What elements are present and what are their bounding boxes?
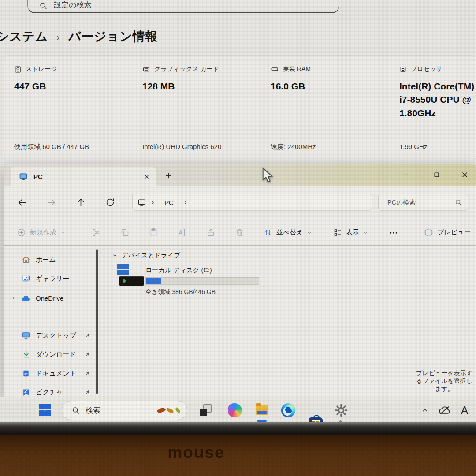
download-icon [22,350,30,359]
sidebar-item-gallery[interactable]: ギャラリー [7,270,93,287]
tab-title: PC [33,173,138,180]
chevron-right-icon[interactable] [179,200,192,205]
laptop-bezel: mouse [0,435,476,476]
up-button[interactable] [73,195,89,210]
cut-button[interactable] [92,219,101,245]
taskbar-system-tray: A [421,397,476,424]
page-title: バージョン情報 [68,28,157,45]
drive-usage-bar [145,277,259,285]
rename-icon [178,228,187,237]
file-explorer-button[interactable] [255,403,269,417]
new-item-label: 新規作成 [30,228,56,237]
sort-arrows-icon [264,228,273,237]
taskbar: 検索 A [0,397,476,423]
sort-button[interactable]: 並べ替え [264,219,312,245]
close-icon [461,171,469,178]
forward-button[interactable] [43,195,59,210]
pin-icon [84,332,91,339]
sidebar-item-downloads[interactable]: ダウンロード [7,346,93,363]
spec-ram: 実装 RAM 16.0 GB 速度: 2400MHz [271,65,390,160]
sidebar-item-home[interactable]: ホーム [7,251,93,268]
pin-icon [84,351,91,358]
back-button[interactable] [14,195,30,210]
explorer-search-placeholder: PCの検索 [387,198,451,207]
plus-circle-icon [17,228,26,237]
address-crumb-pc[interactable]: PC [159,199,179,206]
sidebar-item-label: ドキュメント [32,369,81,378]
task-view-button[interactable] [198,403,212,417]
explorer-search-box[interactable]: PCの検索 [378,194,468,211]
spec-value: 128 MB [142,80,259,93]
settings-button[interactable] [334,403,348,417]
drive-free-space: 空き領域 386 GB/446 GB [145,288,216,296]
onedrive-offline-icon[interactable] [438,405,451,416]
pin-icon [84,370,91,377]
tab-pc[interactable]: PC [11,167,156,186]
screen-bottom-edge [0,422,476,435]
brand-logo: mouse [167,443,224,476]
start-button[interactable] [39,404,52,417]
home-icon [22,255,30,264]
new-item-button[interactable]: 新規作成 [17,219,66,245]
sidebar-scrollbar[interactable] [96,249,98,394]
spec-label: 実装 RAM [283,65,311,73]
search-icon [72,406,80,415]
chevron-down-icon [60,230,66,235]
breadcrumb: システム › バージョン情報 [0,28,157,45]
copilot-button[interactable] [228,403,242,417]
paste-button[interactable] [149,219,158,245]
settings-search-box[interactable]: 設定の検索 [27,0,339,13]
share-button[interactable] [206,219,216,245]
taskbar-search-box[interactable]: 検索 [62,401,187,420]
explorer-body: ホーム ギャラリー [4,246,476,397]
drive-name[interactable]: ローカル ディスク (C:) [145,266,212,275]
chevron-up-icon[interactable] [421,407,428,414]
edge-browser-button[interactable] [281,403,295,417]
sidebar-item-onedrive[interactable]: OneDrive [7,289,93,307]
share-icon [206,228,216,237]
tab-close-icon[interactable] [144,174,150,180]
ime-mode-indicator[interactable]: A [461,404,468,416]
view-label: 表示 [346,228,359,237]
rename-button[interactable] [178,219,187,245]
breadcrumb-parent[interactable]: システム [0,28,48,45]
ellipsis-icon [389,228,398,238]
pictures-icon [22,388,30,397]
more-options-button[interactable] [389,219,398,245]
sidebar-item-desktop[interactable]: デスクトップ [7,327,93,344]
refresh-button[interactable] [102,195,118,210]
local-disk-icon[interactable] [116,264,145,288]
maximize-button[interactable] [427,167,446,182]
navigation-pane: ホーム ギャラリー [4,246,102,397]
chevron-right-icon[interactable] [11,295,16,301]
chevron-right-icon[interactable] [146,200,159,205]
section-header-label: デバイスとドライブ [122,251,181,260]
spec-detail: 使用領域 60 GB / 447 GB [14,143,89,151]
pc-monitor-icon [19,172,28,181]
pin-icon [84,389,91,396]
spec-detail: 1.99 GHz [399,143,427,150]
minimize-button[interactable] [396,167,415,182]
arrow-right-icon [46,197,56,208]
view-layout-icon [333,228,342,237]
new-tab-button[interactable] [162,170,175,181]
explorer-running-indicator [257,420,267,422]
sidebar-item-label: ダウンロード [32,350,81,359]
preview-hint-text: プレビューを表示するファイルを選択します。 [414,369,474,393]
sidebar-item-label: ギャラリー [32,275,81,283]
close-button[interactable] [455,167,474,182]
breadcrumb-separator-icon: › [57,31,60,42]
file-explorer-window: PC [4,164,476,397]
preview-toggle-button[interactable]: プレビュー [424,219,471,245]
delete-button[interactable] [235,219,244,245]
sidebar-item-documents[interactable]: ドキュメント [7,364,93,382]
search-icon [39,2,48,10]
copy-button[interactable] [120,219,130,245]
spec-detail: Intel(R) UHD Graphics 620 [142,143,221,150]
chevron-down-icon[interactable] [112,253,118,258]
address-bar[interactable]: PC [132,194,372,211]
view-button[interactable]: 表示 [333,219,368,245]
section-devices-and-drives[interactable]: デバイスとドライブ [112,251,181,260]
autumn-leaves-image [157,408,181,413]
sidebar-item-label: ピクチャ [32,388,81,397]
